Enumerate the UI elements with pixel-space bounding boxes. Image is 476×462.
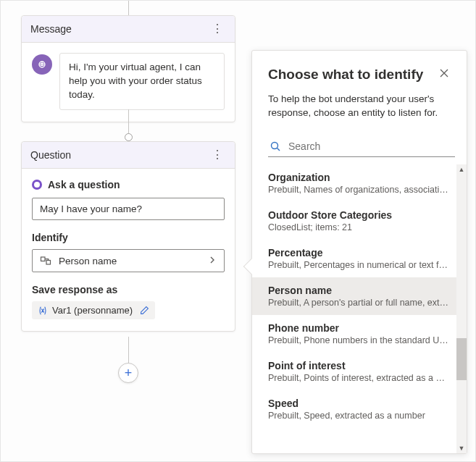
save-response-label: Save response as — [32, 284, 225, 295]
variable-chip-text: Var1 (personname) — [52, 305, 133, 316]
message-node-card[interactable]: Message ⋮ Hi, I'm your virtual agent, I … — [21, 15, 235, 122]
panel-description: To help the bot understand your user's r… — [268, 93, 451, 120]
question-node-card[interactable]: Question ⋮ Ask a question Identify Perso… — [21, 141, 235, 332]
entity-option-meta: ClosedList; items: 21 — [268, 222, 449, 232]
connector-line — [128, 1, 129, 15]
identify-entity-select[interactable]: Person name — [32, 249, 225, 272]
entity-option[interactable]: Outdoor Store CategoriesClosedList; item… — [252, 202, 456, 240]
entity-picker-panel: Choose what to identify To help the bot … — [251, 50, 467, 454]
svg-point-7 — [272, 142, 278, 148]
entity-option-name: Point of interest — [268, 360, 449, 371]
svg-point-3 — [43, 64, 43, 64]
entity-option-name: Person name — [268, 285, 449, 296]
scrollbar-track[interactable]: ▲ ▼ — [456, 164, 467, 453]
identify-label: Identify — [32, 232, 225, 243]
entity-option-meta: Prebuilt, Points of interest, extracted … — [268, 373, 449, 383]
bot-avatar-icon — [32, 54, 52, 75]
message-row: Hi, I'm your virtual agent, I can help y… — [32, 53, 225, 110]
card-header: Message ⋮ — [22, 16, 235, 43]
more-menu-icon[interactable]: ⋮ — [209, 23, 226, 35]
svg-point-2 — [41, 64, 41, 64]
entity-option-meta: Prebuilt, Phone numbers in the standard … — [268, 335, 449, 345]
variable-icon — [38, 306, 48, 316]
scroll-down-arrow-icon[interactable]: ▼ — [456, 443, 467, 453]
edit-icon[interactable] — [140, 306, 149, 315]
svg-rect-6 — [46, 261, 51, 265]
connector-port[interactable] — [125, 133, 133, 141]
entity-option-name: Percentage — [268, 247, 449, 259]
entity-option[interactable]: PercentagePrebuilt, Percentages in numer… — [252, 240, 456, 277]
identify-value: Person name — [59, 256, 201, 266]
entity-option-meta: Prebuilt, Names of organizations, associ… — [268, 185, 449, 195]
entity-list-container: OrganizationPrebuilt, Names of organizat… — [252, 164, 467, 453]
question-text-input[interactable] — [32, 198, 225, 220]
entity-option-meta: Prebuilt, Speed, extracted as a number — [268, 411, 449, 421]
scroll-up-arrow-icon[interactable]: ▲ — [456, 164, 467, 175]
entity-icon — [40, 255, 51, 266]
entity-option-meta: Prebuilt, A person's partial or full nam… — [268, 298, 449, 308]
search-icon — [270, 140, 281, 152]
entity-list: OrganizationPrebuilt, Names of organizat… — [252, 164, 456, 431]
entity-option[interactable]: Phone numberPrebuilt, Phone numbers in t… — [252, 315, 456, 353]
panel-title: Choose what to identify — [268, 67, 423, 83]
message-text[interactable]: Hi, I'm your virtual agent, I can help y… — [59, 53, 225, 110]
entity-option[interactable]: Point of interestPrebuilt, Points of int… — [252, 353, 456, 390]
add-node-button[interactable]: + — [118, 363, 138, 383]
entity-option-name: Organization — [268, 172, 449, 183]
question-ring-icon — [32, 180, 42, 190]
close-icon[interactable] — [438, 67, 451, 83]
panel-header: Choose what to identify To help the bot … — [252, 51, 467, 127]
card-title: Question — [30, 149, 71, 161]
search-input[interactable] — [288, 140, 454, 152]
scrollbar-thumb[interactable] — [456, 338, 467, 380]
card-body: Ask a question Identify Person name Save… — [22, 169, 235, 331]
entity-option[interactable]: SpeedPrebuilt, Speed, extracted as a num… — [252, 390, 456, 428]
card-header: Question ⋮ — [22, 142, 235, 169]
entity-search-field[interactable] — [268, 138, 455, 157]
svg-rect-5 — [41, 257, 46, 261]
connector-line — [128, 337, 129, 363]
entity-option[interactable]: Person namePrebuilt, A person's partial … — [252, 277, 456, 315]
entity-option-name: Phone number — [268, 322, 449, 334]
entity-option-meta: Prebuilt, Percentages in numerical or te… — [268, 260, 449, 270]
authoring-canvas: Message ⋮ Hi, I'm your virtual agent, I … — [1, 1, 263, 462]
chevron-right-icon — [208, 255, 217, 266]
more-menu-icon[interactable]: ⋮ — [209, 149, 226, 161]
entity-option-name: Outdoor Store Categories — [268, 209, 449, 221]
entity-option-name: Speed — [268, 398, 449, 409]
variable-chip[interactable]: Var1 (personname) — [32, 301, 155, 319]
ask-question-label: Ask a question — [48, 179, 120, 190]
entity-option[interactable]: OrganizationPrebuilt, Names of organizat… — [252, 164, 456, 202]
ask-question-section: Ask a question — [32, 179, 225, 190]
card-title: Message — [30, 23, 72, 35]
